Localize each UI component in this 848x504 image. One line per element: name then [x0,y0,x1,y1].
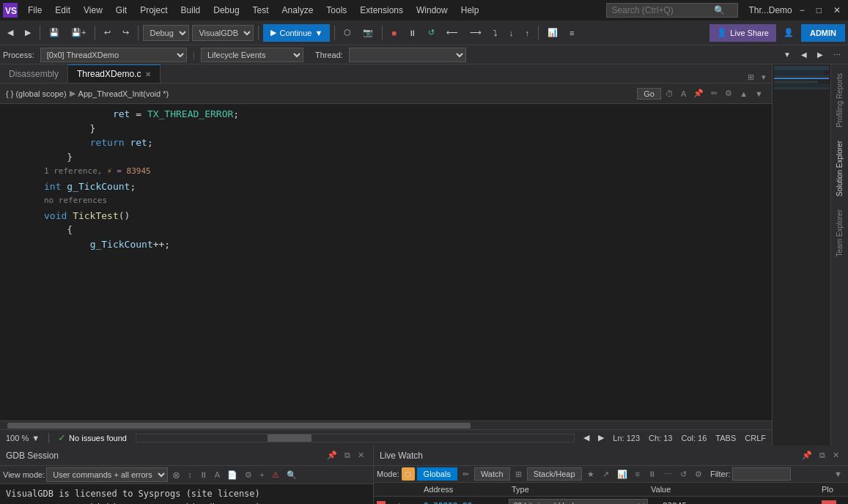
thread-more-btn[interactable]: ⋯ [829,49,845,60]
menu-test[interactable]: Test [247,0,275,21]
tab-disassembly[interactable]: Disassembly [0,64,68,83]
profile-settings-btn[interactable]: 👤 [779,26,798,39]
continue-btn[interactable]: ▶ Continue ▼ [263,24,330,42]
search-input[interactable] [611,5,714,15]
close-btn[interactable]: ✕ [829,5,845,15]
menu-extensions[interactable]: Extensions [354,0,409,21]
menu-view[interactable]: View [78,0,108,21]
code-editor[interactable]: ret = TX_THREAD_ERROR; } return ret; } [0,104,772,420]
gdb-pause-btn[interactable]: ⏸ [196,470,210,480]
watch-settings-btn[interactable]: ⚙ [692,469,705,480]
undo-btn[interactable]: ↩ [100,26,115,39]
scroll-lock-btn[interactable]: 📌 [690,88,707,100]
gdb-asm-btn[interactable]: A [212,470,223,480]
menu-build[interactable]: Build [175,0,207,21]
watch-edit-icon[interactable]: ✏ [460,469,472,480]
nav-prev-btn[interactable]: ◀ [583,433,589,442]
menu-git[interactable]: Git [110,0,133,21]
menu-window[interactable]: Window [410,0,454,21]
watch-extra-btn[interactable]: ⋯ [661,469,675,480]
more-tabs-btn[interactable]: ▾ [759,72,769,83]
thread-prev-btn[interactable]: ◀ [797,49,811,60]
restart-btn[interactable]: ↺ [424,26,439,39]
maximize-btn[interactable]: □ [812,5,826,15]
watch-more-btn[interactable]: ▼ [831,469,845,479]
menu-help[interactable]: Help [455,0,485,21]
star-icon[interactable]: ★ [396,501,403,505]
step-into-btn[interactable]: ↓ [505,27,518,39]
watch-pin-btn[interactable]: 📌 [799,450,815,461]
tab-close-btn[interactable]: ✕ [145,70,151,78]
mode-dropdown[interactable]: User commands + all errors [46,467,168,482]
zoom-control[interactable]: 100 % ▼ [6,434,40,442]
team-explorer-tab[interactable]: Team Explorer [834,204,845,262]
gdb-search-btn[interactable]: 🔍 [284,470,300,481]
menu-project[interactable]: Project [134,0,173,21]
menu-file[interactable]: File [22,0,48,21]
profiling-reports-tab[interactable]: Profiling Reports [834,67,845,133]
extra-btn[interactable]: ≡ [565,27,578,39]
save-all-btn[interactable]: 💾+ [67,26,90,39]
gdb-add-btn[interactable]: + [257,470,267,480]
perf-btn[interactable]: 📊 [543,26,562,39]
row-star[interactable]: ★ [396,501,418,505]
step-fwd-btn[interactable]: ⟶ [465,26,486,39]
watch-table-icon[interactable]: ⊞ [512,469,525,480]
admin-btn[interactable]: ADMIN [801,24,845,42]
watch-chart-btn[interactable]: 📊 [614,469,630,480]
nav-up-btn[interactable]: ▲ [737,88,751,100]
watch-tab-stack[interactable]: Stack/Heap [527,467,582,481]
menu-analyze[interactable]: Analyze [276,0,320,21]
back-btn[interactable]: ◀ [3,26,18,39]
breakpoint-btn[interactable]: ⬡ [339,26,355,39]
watch-tab-watch[interactable]: Watch [474,467,510,481]
nav-down-btn[interactable]: ▼ [752,88,766,100]
gdb-history-btn[interactable]: ↕ [185,470,195,480]
live-share-btn[interactable]: 👤 Live Share [709,24,776,42]
watch-refresh-btn[interactable]: ↺ [677,469,690,480]
step-back-btn[interactable]: ⟵ [442,26,462,39]
editor-scrollbar[interactable] [136,434,575,442]
h-scrollbar[interactable] [0,420,772,429]
forward-btn[interactable]: ▶ [21,26,35,39]
process-dropdown[interactable]: [0x0] ThreadXDemo [40,48,187,62]
watch-star-btn[interactable]: ★ [584,469,597,480]
watch-tab-globals[interactable]: Globals [417,467,457,481]
gdb-warn-btn[interactable]: ⚠ [269,470,282,481]
gdb-clear-btn[interactable]: ⊗ [169,469,183,481]
menu-edit[interactable]: Edit [49,0,76,21]
platform-dropdown[interactable]: VisualGDB [192,25,254,41]
settings-code-btn[interactable]: ⚙ [722,88,735,100]
redo-btn[interactable]: ↪ [118,26,133,39]
menu-debug[interactable]: Debug [207,0,245,21]
thread-dropdown[interactable] [349,48,466,62]
gdb-content[interactable]: VisualGDB is licensed to Sysprogs (site … [0,484,373,504]
filter-btn[interactable]: ▼ [779,49,795,60]
type-dropdown[interactable]: 32-bit signed (dec) [509,499,648,504]
step-out-btn[interactable]: ↑ [521,27,534,39]
minimize-btn[interactable]: − [795,5,809,15]
debug-config-dropdown[interactable]: Debug [143,25,189,41]
split-btn[interactable]: ⊞ [745,72,757,83]
solution-explorer-tab[interactable]: Solution Explorer [834,135,845,202]
filter-input[interactable] [732,467,791,481]
watch-close-btn[interactable]: ✕ [830,450,842,461]
tab-threadxdemo[interactable]: ThreadXDemo.c ✕ [68,64,161,83]
asm-btn[interactable]: A [678,88,689,100]
gdb-file-btn[interactable]: 📄 [224,470,240,481]
gdb-pin-btn[interactable]: 📌 [324,450,340,461]
menu-tools[interactable]: Tools [320,0,353,21]
lifecycle-dropdown[interactable]: Lifecycle Events [201,48,303,62]
edit-btn[interactable]: ✏ [708,88,720,100]
gdb-float-btn[interactable]: ⧉ [342,450,353,461]
step-over-btn[interactable]: ⤵ [489,27,502,39]
search-box[interactable]: 🔍 [606,3,738,18]
nav-next-btn[interactable]: ▶ [598,433,604,442]
watch-export-btn[interactable]: ↗ [600,469,612,480]
pause-debug-btn[interactable]: ⏸ [404,27,421,39]
stop-btn[interactable]: ■ [387,27,401,39]
go-btn[interactable]: Go [637,88,661,100]
watch-pause-data-btn[interactable]: ⏸ [645,469,659,479]
gdb-close-btn[interactable]: ✕ [355,450,367,461]
screenshot-btn[interactable]: 📷 [358,26,377,39]
